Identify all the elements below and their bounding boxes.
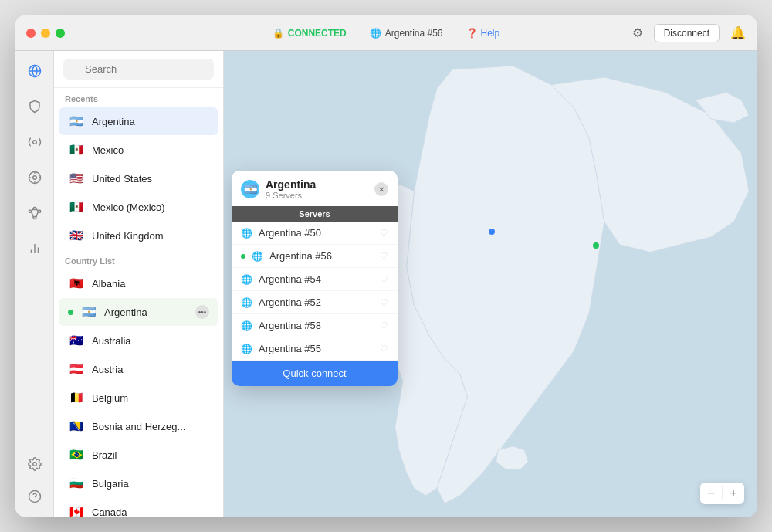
popup-close-button[interactable]: ✕ [374,182,388,196]
list-item-argentina[interactable]: 🇦🇷 Argentina ••• [59,298,218,326]
search-box: 🔍 [54,51,223,88]
popup-country-name: Argentina [266,178,368,191]
server-item-50[interactable]: 🌐 Argentina #50 ♡ [232,222,398,245]
flag-australia: 🇦🇺 [68,332,85,349]
country-name-mexico-recent: Mexico [92,144,209,156]
list-item-bulgaria[interactable]: 🇧🇬 Bulgaria [59,469,218,497]
server-globe-icon-58: 🌐 [241,320,252,331]
more-button-argentina[interactable]: ••• [195,305,209,319]
flag-argentina-recent: 🇦🇷 [68,113,85,130]
server-status: 🌐 Argentina #56 [370,28,443,39]
sidebar-icons [15,51,54,517]
server-name-58: Argentina #58 [259,320,374,331]
country-name-belgium: Belgium [92,392,209,404]
list-item-canada[interactable]: 🇨🇦 Canada [59,498,218,517]
server-name-55: Argentina #55 [259,343,374,354]
sidebar-item-help[interactable] [24,486,46,507]
flag-bosnia: 🇧🇦 [68,418,85,435]
recent-item-mexico-city[interactable]: 🇲🇽 Mexico (Mexico) [59,193,218,221]
server-item-58[interactable]: 🌐 Argentina #58 ♡ [232,314,398,337]
country-name-bulgaria: Bulgaria [92,478,209,490]
flag-brazil: 🇧🇷 [68,446,85,463]
country-name-albania: Albania [92,278,209,290]
list-item-brazil[interactable]: 🇧🇷 Brazil [59,441,218,469]
server-item-52[interactable]: 🌐 Argentina #52 ♡ [232,291,398,314]
country-list: Recents 🇦🇷 Argentina 🇲🇽 Mexico 🇺🇸 United… [54,88,223,517]
list-item-bosnia[interactable]: 🇧🇦 Bosnia and Herzeg... [59,412,218,440]
lock-icon: 🔒 [273,28,284,39]
recent-item-uk[interactable]: 🇬🇧 United Kingdom [59,222,218,249]
connected-label: CONNECTED [288,28,347,39]
server-globe-icon-52: 🌐 [241,297,252,308]
sidebar-item-shield[interactable] [24,96,46,117]
svg-line-15 [31,212,33,218]
heart-icon-52[interactable]: ♡ [380,297,388,308]
help-icon: ❓ [466,28,478,39]
sidebar-item-stats[interactable] [24,238,46,259]
heart-icon-54[interactable]: ♡ [380,274,388,285]
search-wrapper: 🔍 [63,59,214,80]
app-window: 🔒 CONNECTED 🌐 Argentina #56 ❓ Help ⚙ Dis… [15,15,757,517]
server-name-54: Argentina #54 [259,273,374,285]
svg-line-14 [36,208,38,212]
flag-canada: 🇨🇦 [68,503,85,517]
help-button[interactable]: ❓ Help [466,28,500,39]
maximize-button[interactable] [56,29,65,38]
list-item-albania[interactable]: 🇦🇱 Albania [59,269,218,297]
popup-flag: 🇦🇷 [241,180,259,198]
zoom-minus-button[interactable]: − [700,483,722,504]
list-item-australia[interactable]: 🇦🇺 Australia [59,327,218,354]
list-item-belgium[interactable]: 🇧🇪 Belgium [59,384,218,412]
country-name-bosnia: Bosnia and Herzeg... [92,421,209,432]
server-item-56[interactable]: 🌐 Argentina #56 ♡ [232,245,398,268]
heart-icon-56[interactable]: ♡ [380,251,388,262]
sidebar-item-features[interactable] [24,131,46,153]
flag-albania: 🇦🇱 [68,275,85,292]
flag-argentina: 🇦🇷 [80,303,97,320]
server-name-50: Argentina #50 [259,227,374,239]
server-item-55[interactable]: 🌐 Argentina #55 ♡ [232,337,398,361]
list-item-austria[interactable]: 🇦🇹 Austria [59,355,218,383]
sidebar-item-globe[interactable] [24,60,46,82]
settings-titlebar-icon[interactable]: ⚙ [632,25,643,40]
heart-icon-50[interactable]: ♡ [380,228,388,239]
recent-item-us[interactable]: 🇺🇸 United States [59,164,218,192]
quick-connect-button[interactable]: Quick connect [232,361,398,386]
zoom-plus-button[interactable]: + [723,483,744,504]
heart-icon-58[interactable]: ♡ [380,320,388,331]
server-globe-icon-50: 🌐 [241,228,252,239]
titlebar-right: ⚙ Disconnect 🔔 [632,24,746,42]
search-input[interactable] [63,59,214,80]
flag-uk-recent: 🇬🇧 [68,227,85,244]
country-name-us-recent: United States [92,173,209,185]
sidebar-item-settings[interactable] [24,453,46,475]
recents-label: Recents [54,88,223,107]
flag-austria: 🇦🇹 [68,361,85,378]
map-area: 🇦🇷 Argentina 9 Servers ✕ Servers 🌐 Argen… [224,51,757,517]
help-label: Help [481,28,500,39]
svg-rect-11 [33,208,36,210]
sidebar-item-threat[interactable] [24,167,46,188]
minimize-button[interactable] [41,29,50,38]
popup-title: Argentina 9 Servers [266,178,368,200]
svg-point-20 [32,463,36,466]
sidebar-item-meshnet[interactable] [24,202,46,224]
connected-status: 🔒 CONNECTED [273,28,347,39]
svg-point-4 [32,176,36,180]
disconnect-button[interactable]: Disconnect [654,24,720,42]
recent-item-argentina[interactable]: 🇦🇷 Argentina [59,107,218,135]
recent-item-mexico[interactable]: 🇲🇽 Mexico [59,136,218,164]
map-dot-green [593,242,599,249]
server-item-54[interactable]: 🌐 Argentina #54 ♡ [232,268,398,291]
heart-icon-55[interactable]: ♡ [380,344,388,354]
svg-rect-10 [38,210,40,212]
country-name-australia: Australia [92,335,209,347]
country-name-mexico-city-recent: Mexico (Mexico) [92,202,209,213]
popup-servers-label: Servers [232,206,398,222]
svg-point-2 [32,141,36,144]
flag-mexico-city-recent: 🇲🇽 [68,198,85,215]
close-button[interactable] [26,29,36,38]
country-name-austria: Austria [92,364,209,375]
server-popup: 🇦🇷 Argentina 9 Servers ✕ Servers 🌐 Argen… [232,171,398,386]
bell-icon[interactable]: 🔔 [730,25,746,40]
